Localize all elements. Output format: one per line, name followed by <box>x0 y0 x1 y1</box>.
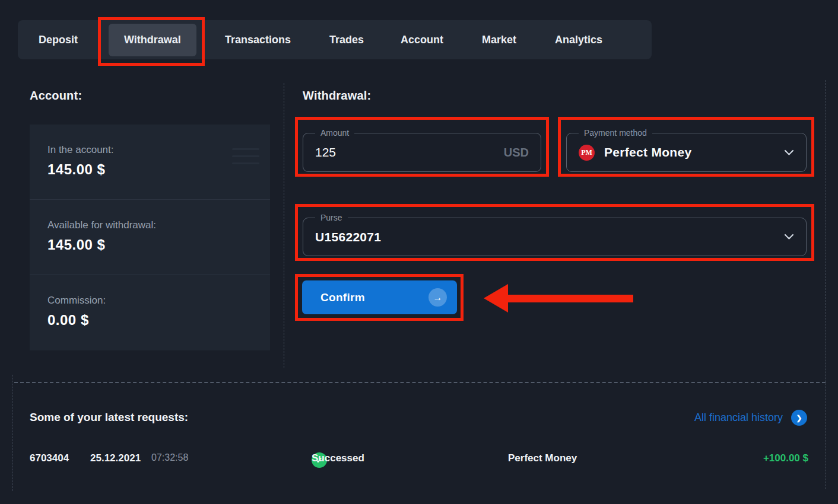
available-value: 145.00 $ <box>47 237 270 253</box>
purse-select[interactable]: Purse U15622071 <box>303 218 807 256</box>
panel-divider-dashed <box>284 83 284 368</box>
all-financial-history-link[interactable]: All financial history ❯ <box>694 410 807 426</box>
commission-value: 0.00 $ <box>47 312 270 328</box>
commission-card: Commission: 0.00 $ <box>30 275 270 350</box>
confirm-button[interactable]: Confirm → <box>302 280 457 314</box>
request-time: 07:32:58 <box>151 452 188 463</box>
top-nav: Deposit Withdrawal Transactions Trades A… <box>18 20 652 59</box>
commission-label: Commission: <box>47 295 270 307</box>
right-border-dashed <box>826 80 826 489</box>
tab-analytics[interactable]: Analytics <box>555 34 602 46</box>
section-divider-dashed <box>14 382 826 383</box>
tab-deposit[interactable]: Deposit <box>39 34 78 46</box>
available-label: Available for withdrawal: <box>47 219 270 231</box>
available-card: Available for withdrawal: 145.00 $ <box>30 200 270 275</box>
status-text: Successed <box>312 452 364 464</box>
request-amount: +100.00 $ <box>763 452 808 464</box>
history-row: 6703404 25.12.2021 07:32:58 ✓ Successed … <box>30 451 808 468</box>
amount-input[interactable]: Amount 125 USD <box>303 133 541 172</box>
amount-field-label: Amount <box>315 128 354 138</box>
latest-requests-heading: Some of your latest requests: <box>30 411 188 424</box>
currency-suffix: USD <box>504 146 529 160</box>
purse-field-label: Purse <box>315 213 348 222</box>
payment-method-field-label: Payment method <box>579 128 652 138</box>
annotation-arrow-shaft <box>503 295 633 302</box>
tab-account[interactable]: Account <box>401 34 443 46</box>
account-heading: Account: <box>30 89 82 103</box>
confirm-button-label: Confirm <box>320 291 365 304</box>
chevron-down-icon <box>784 149 794 156</box>
request-method: Perfect Money <box>508 452 577 464</box>
amount-value: 125 <box>315 145 336 160</box>
withdrawal-page: Deposit Withdrawal Transactions Trades A… <box>0 0 838 504</box>
payment-method-value: Perfect Money <box>604 145 691 160</box>
tab-market[interactable]: Market <box>482 34 516 46</box>
tab-trades[interactable]: Trades <box>329 34 364 46</box>
account-summary: In the account: 145.00 $ Available for w… <box>30 125 270 350</box>
all-financial-history-label: All financial history <box>694 412 783 424</box>
payment-method-select[interactable]: Payment method PM Perfect Money <box>566 133 807 172</box>
account-balance-card: In the account: 145.00 $ <box>30 125 270 200</box>
withdrawal-heading: Withdrawal: <box>303 89 371 103</box>
arrow-right-icon: → <box>428 288 447 307</box>
tab-transactions[interactable]: Transactions <box>225 34 291 46</box>
request-date: 25.12.2021 <box>90 452 141 464</box>
left-border-dashed <box>12 375 13 491</box>
request-id: 6703404 <box>30 452 69 464</box>
chevron-right-icon: ❯ <box>791 410 807 426</box>
tab-withdrawal[interactable]: Withdrawal <box>109 24 196 56</box>
annotation-arrow-left-icon <box>484 284 508 312</box>
perfect-money-icon: PM <box>579 145 595 161</box>
purse-value: U15622071 <box>315 230 381 244</box>
card-decoration <box>232 148 259 170</box>
chevron-down-icon <box>784 234 794 240</box>
